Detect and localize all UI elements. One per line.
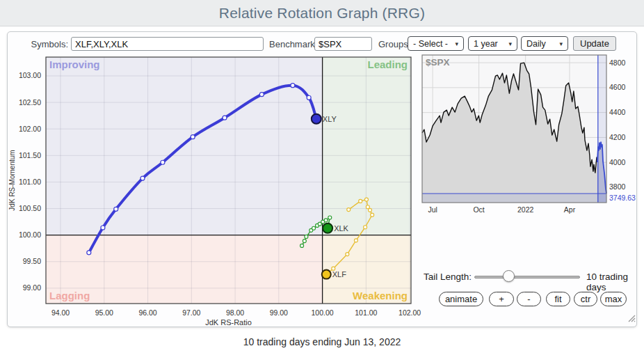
svg-text:Jul: Jul bbox=[428, 205, 437, 214]
rrg-panel: Symbols: Benchmark: Groups: - Select - ▾… bbox=[7, 31, 637, 327]
tail-length-slider-track[interactable] bbox=[474, 276, 580, 279]
rrg-y-tick-labels: 99.0099.50100.00100.50101.00101.50102.00… bbox=[19, 71, 41, 292]
svg-text:XLK: XLK bbox=[334, 224, 348, 233]
rrg-plot-area: ImprovingLeadingLaggingWeakeningXLYXLKXL… bbox=[46, 57, 411, 304]
symbol-dot-xly[interactable] bbox=[312, 114, 321, 124]
svg-text:2022: 2022 bbox=[517, 205, 534, 214]
ctr-button[interactable]: ctr bbox=[574, 292, 597, 306]
zoom-out-button[interactable]: - bbox=[517, 292, 541, 306]
leading-quadrant-label: Leading bbox=[367, 58, 408, 70]
svg-text:XLF: XLF bbox=[332, 270, 346, 279]
svg-text:100.50: 100.50 bbox=[19, 204, 41, 212]
svg-text:4600: 4600 bbox=[609, 83, 626, 91]
svg-text:101.00: 101.00 bbox=[355, 308, 377, 317]
svg-text:103.00: 103.00 bbox=[19, 71, 41, 79]
svg-text:98.00: 98.00 bbox=[226, 308, 244, 317]
svg-text:99.50: 99.50 bbox=[23, 257, 41, 265]
weakening-quadrant-label: Weakening bbox=[353, 290, 408, 301]
tail-length-slider-thumb[interactable] bbox=[503, 270, 515, 282]
spx-x-tick-labels: JulOct2022Apr bbox=[428, 205, 575, 214]
spx-symbol-label: $SPX bbox=[426, 57, 450, 68]
svg-text:4000: 4000 bbox=[609, 158, 626, 166]
svg-text:4400: 4400 bbox=[609, 108, 626, 116]
spx-benchmark-chart: $SPX3800400042004400460048003749.63JulOc… bbox=[418, 32, 638, 223]
svg-text:Apr: Apr bbox=[564, 205, 576, 214]
tail-length-value: 10 trading days bbox=[586, 272, 636, 292]
svg-text:95.00: 95.00 bbox=[95, 308, 113, 317]
rrg-chart: ImprovingLeadingLaggingWeakeningXLYXLKXL… bbox=[8, 32, 425, 328]
svg-text:4200: 4200 bbox=[609, 133, 626, 141]
zoom-in-button[interactable]: + bbox=[489, 292, 514, 306]
rrg-y-axis-title: JdK RS-Momentum bbox=[8, 150, 16, 210]
svg-text:4800: 4800 bbox=[609, 58, 626, 67]
svg-text:100.00: 100.00 bbox=[312, 308, 334, 317]
fit-button[interactable]: fit bbox=[546, 292, 570, 306]
svg-text:101.00: 101.00 bbox=[19, 178, 41, 186]
rrg-app-window: { "header": { "title": "Relative Rotatio… bbox=[0, 0, 644, 353]
svg-text:102.50: 102.50 bbox=[19, 98, 41, 107]
svg-text:96.00: 96.00 bbox=[138, 308, 156, 317]
page-title: Relative Rotation Graph (RRG) bbox=[219, 5, 425, 22]
spx-plot-area bbox=[422, 55, 606, 203]
svg-text:102.00: 102.00 bbox=[399, 308, 421, 317]
svg-text:99.00: 99.00 bbox=[270, 308, 288, 317]
tail-length-label: Tail Length: bbox=[424, 272, 472, 282]
max-button[interactable]: max bbox=[600, 292, 627, 306]
svg-text:102.00: 102.00 bbox=[19, 125, 41, 133]
svg-text:94.00: 94.00 bbox=[51, 308, 70, 317]
spx-y-tick-labels: 380040004200440046004800 bbox=[609, 58, 626, 191]
improving-quadrant-label: Improving bbox=[49, 58, 100, 70]
svg-text:99.00: 99.00 bbox=[23, 283, 41, 292]
footer-caption: 10 trading days ending Jun 13, 2022 bbox=[0, 336, 644, 347]
titlebar: Relative Rotation Graph (RRG) bbox=[0, 0, 644, 26]
spx-last-price-value: 3749.63 bbox=[609, 194, 636, 202]
animate-button[interactable]: animate bbox=[439, 292, 483, 306]
rrg-x-tick-labels: 94.0095.0096.0097.0098.0099.00100.00101.… bbox=[51, 308, 421, 317]
resize-handle-icon[interactable] bbox=[627, 313, 636, 323]
svg-text:100.00: 100.00 bbox=[19, 230, 41, 239]
symbol-dot-xlf[interactable] bbox=[322, 270, 331, 279]
svg-text:XLY: XLY bbox=[323, 115, 337, 123]
svg-text:97.00: 97.00 bbox=[182, 308, 200, 317]
svg-text:101.50: 101.50 bbox=[19, 151, 41, 159]
svg-text:3800: 3800 bbox=[609, 182, 626, 191]
svg-text:Oct: Oct bbox=[473, 205, 484, 214]
symbol-dot-xlk[interactable] bbox=[323, 223, 332, 233]
lagging-quadrant-label: Lagging bbox=[49, 290, 90, 301]
rrg-x-axis-title: JdK RS-Ratio bbox=[205, 318, 252, 327]
